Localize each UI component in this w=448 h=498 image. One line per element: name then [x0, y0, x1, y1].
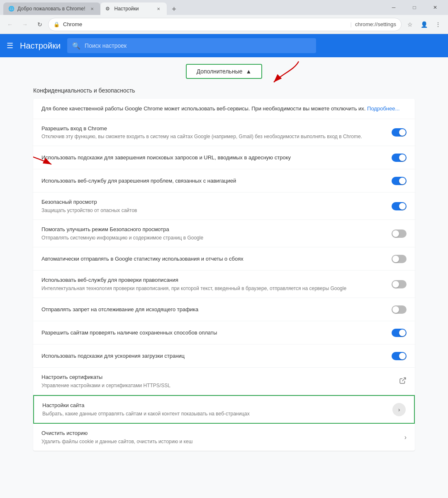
address-bar[interactable]: 🔒 Chrome | chrome://settings	[48, 18, 402, 31]
bookmark-button[interactable]: ☆	[403, 18, 416, 31]
arrow-3	[33, 440, 56, 451]
row-improve-safe-desc: Отправлять системную информацию и содерж…	[41, 234, 392, 242]
row-clear-history[interactable]: Очистить историю Удалить файлы cookie и …	[33, 424, 415, 451]
menu-icon[interactable]: ☰	[7, 41, 13, 50]
toggle-usage-stats-knob	[392, 256, 399, 262]
forward-button[interactable]: →	[18, 18, 32, 31]
row-spellcheck-title: Использовать веб-службу для проверки пра…	[41, 276, 392, 284]
arrow-to-advanced	[270, 57, 311, 86]
toggle-payment[interactable]	[392, 329, 407, 337]
row-prefetch-title: Использовать подсказки для ускорения заг…	[41, 352, 392, 360]
row-site-settings-content: Настройки сайта Выбрать, какие данные от…	[42, 402, 392, 417]
tab-close-settings[interactable]: ✕	[155, 5, 162, 12]
header-title: Настройки	[20, 41, 61, 51]
section-title-privacy: Конфиденциальность и безопасность	[0, 82, 448, 97]
row-usage-stats-content: Автоматически отправлять в Google статис…	[41, 255, 392, 263]
toggle-improve-safe[interactable]	[392, 229, 407, 238]
row-signin-content: Разрешить вход в Chrome Отключив эту фун…	[41, 125, 392, 140]
row-prefetch: Использовать подсказки для ускорения заг…	[33, 344, 415, 368]
svg-line-3	[402, 378, 406, 381]
tab-settings[interactable]: ⚙ Настройки ✕	[100, 2, 167, 15]
row-spellcheck: Использовать веб-службу для проверки пра…	[33, 271, 415, 298]
row-signin-title: Разрешить вход в Chrome	[41, 125, 392, 132]
search-bar[interactable]: 🔍 Поиск настроек	[67, 38, 316, 53]
maximize-button[interactable]: □	[405, 1, 424, 14]
row-autocomplete-title: Использовать подсказки для завершения по…	[41, 154, 392, 161]
more-button[interactable]: ⋮	[431, 18, 445, 31]
row-clear-history-title: Очистить историю	[41, 430, 404, 437]
info-link[interactable]: Подробнее...	[367, 105, 399, 112]
toggle-prefetch[interactable]	[392, 352, 407, 360]
row-safebrowsing-title: Безопасный просмотр	[41, 198, 392, 206]
toggle-signin[interactable]	[392, 128, 407, 137]
toggle-usage-stats[interactable]	[392, 255, 407, 263]
info-row: Для более качественной работы Google Chr…	[33, 99, 415, 119]
row-safebrowsing: Безопасный просмотр Защищать устройство …	[33, 193, 415, 220]
row-improve-safe: Помогать улучшить режим Безопасного прос…	[33, 220, 415, 247]
account-button[interactable]: 👤	[417, 18, 431, 31]
toggle-safebrowsing[interactable]	[392, 202, 407, 210]
row-payment: Разрешить сайтам проверять наличие сохра…	[33, 321, 415, 344]
address-divider: |	[351, 21, 352, 27]
row-navigation: Использовать веб-службу для разрешения п…	[33, 169, 415, 193]
row-improve-safe-content: Помогать улучшить режим Безопасного прос…	[41, 226, 392, 241]
advanced-label: Дополнительные	[197, 68, 243, 75]
advanced-icon: ▲	[246, 68, 251, 75]
chevron-btn-site-settings[interactable]: ›	[392, 403, 406, 416]
settings-body: Дополнительные ▲ Конфиденциальность и бе…	[0, 57, 448, 498]
row-dnt-title: Отправлять запрет на отслеживание для ис…	[41, 306, 392, 313]
row-payment-content: Разрешить сайтам проверять наличие сохра…	[41, 329, 392, 337]
reload-button[interactable]: ↻	[33, 18, 46, 31]
minimize-button[interactable]: ─	[384, 1, 403, 14]
info-text: Для более качественной работы Google Chr…	[41, 105, 365, 112]
tab-welcome[interactable]: 🌐 Добро пожаловать в Chrome! ✕	[3, 2, 100, 15]
chevron-right-icon-history: ›	[404, 434, 407, 441]
row-certificates-desc: Управление настройками и сертификатами H…	[41, 382, 399, 389]
row-site-settings-title: Настройки сайта	[42, 402, 392, 409]
toggle-improve-safe-knob	[392, 230, 399, 237]
back-button[interactable]: ←	[3, 18, 17, 31]
row-prefetch-content: Использовать подсказки для ускорения заг…	[41, 352, 392, 360]
row-certificates[interactable]: Настроить сертификаты Управление настрой…	[33, 368, 415, 395]
tabs-area: 🌐 Добро пожаловать в Chrome! ✕ ⚙ Настрой…	[0, 0, 381, 15]
row-dnt-content: Отправлять запрет на отслеживание для ис…	[41, 306, 392, 313]
toggle-navigation[interactable]	[392, 177, 407, 185]
toggle-signin-knob	[399, 129, 406, 136]
close-button[interactable]: ✕	[426, 1, 445, 14]
row-usage-stats: Автоматически отправлять в Google статис…	[33, 247, 415, 271]
address-url: chrome://settings	[355, 21, 396, 27]
row-improve-safe-title: Помогать улучшить режим Безопасного прос…	[41, 226, 392, 233]
row-spellcheck-content: Использовать веб-службу для проверки пра…	[41, 276, 392, 292]
advanced-button[interactable]: Дополнительные ▲	[186, 64, 263, 79]
row-safebrowsing-desc: Защищать устройство от опасных сайтов	[41, 207, 392, 214]
tab-close-welcome[interactable]: ✕	[89, 5, 95, 12]
tab-label-welcome: Добро пожаловать в Chrome!	[17, 6, 85, 12]
row-payment-title: Разрешить сайтам проверять наличие сохра…	[41, 329, 392, 337]
row-autocomplete-content: Использовать подсказки для завершения по…	[41, 154, 392, 161]
row-site-settings-desc: Выбрать, какие данные отправлять сайтам …	[42, 410, 392, 417]
row-certificates-content: Настроить сертификаты Управление настрой…	[41, 374, 399, 389]
row-navigation-title: Использовать веб-службу для разрешения п…	[41, 177, 392, 185]
toggle-dnt-knob	[392, 306, 399, 313]
row-safebrowsing-content: Безопасный просмотр Защищать устройство …	[41, 198, 392, 214]
row-usage-stats-title: Автоматически отправлять в Google статис…	[41, 255, 392, 263]
advanced-section: Дополнительные ▲	[0, 57, 448, 82]
toggle-autocomplete-knob	[399, 154, 406, 161]
row-clear-history-desc: Удалить файлы cookie и данные сайтов, оч…	[41, 438, 404, 445]
row-certificates-title: Настроить сертификаты	[41, 374, 399, 381]
address-favicon: 🔒	[54, 22, 60, 27]
arrow-2	[33, 152, 56, 177]
row-site-settings[interactable]: Настройки сайта Выбрать, какие данные от…	[33, 395, 415, 424]
new-tab-button[interactable]: +	[168, 3, 180, 15]
toggle-spellcheck-knob	[392, 281, 399, 288]
navbar: ← → ↻ 🔒 Chrome | chrome://settings ☆ 👤 ⋮	[0, 15, 448, 34]
toggle-payment-knob	[399, 330, 406, 336]
external-link-icon	[399, 377, 407, 386]
toggle-spellcheck[interactable]	[392, 280, 407, 288]
toggle-autocomplete[interactable]	[392, 154, 407, 162]
row-signin-desc: Отключив эту функцию, вы сможете входить…	[41, 133, 392, 140]
settings-header: ☰ Настройки 🔍 Поиск настроек	[0, 34, 448, 57]
tab-label-settings: Настройки	[114, 6, 152, 12]
search-placeholder: Поиск настроек	[85, 42, 127, 49]
toggle-dnt[interactable]	[392, 305, 407, 314]
